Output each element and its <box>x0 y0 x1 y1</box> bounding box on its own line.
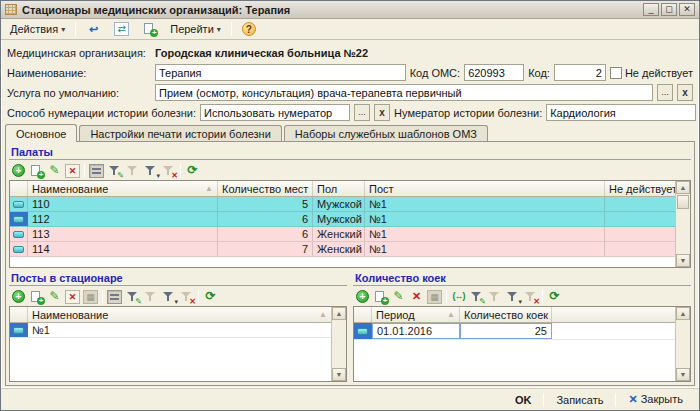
name-input[interactable] <box>155 64 406 81</box>
beds-col-count[interactable]: Количество коек <box>460 307 552 322</box>
tab-print-settings[interactable]: Настройки печати истории болезни <box>79 125 281 141</box>
refresh-icon[interactable]: ⟳ <box>203 290 218 304</box>
wards-scrollbar[interactable]: ▲ ▼ <box>675 181 690 267</box>
add-copy-icon[interactable]: + <box>373 290 388 304</box>
posts-col-name[interactable]: Наименование▲ <box>28 307 331 322</box>
delete-icon[interactable]: ✕ <box>65 164 80 178</box>
service-clear-button[interactable]: x <box>677 84 693 101</box>
maximize-button[interactable]: ◻ <box>661 3 677 16</box>
tab-strip: Основное Настройки печати истории болезн… <box>1 123 699 141</box>
add-icon[interactable]: + <box>11 164 26 178</box>
numbering-method-input[interactable] <box>200 104 350 121</box>
scroll-down-icon[interactable]: ▼ <box>332 368 346 381</box>
wards-col-seats[interactable]: Количество мест <box>218 181 313 196</box>
wards-col-gender[interactable]: Пол <box>313 181 365 196</box>
create-based-on-button[interactable]: + <box>137 20 162 38</box>
close-button[interactable]: ✕ <box>679 3 695 16</box>
table-row-selected[interactable]: 112 6 Мужской №1 <box>10 212 675 227</box>
filter-by-value-icon[interactable] <box>487 290 502 304</box>
filter-by-value-icon[interactable] <box>125 164 140 178</box>
list-view-icon[interactable] <box>107 290 122 304</box>
filter-by-value-icon[interactable] <box>143 290 158 304</box>
add-icon[interactable]: + <box>355 290 370 304</box>
list-view-icon[interactable] <box>89 164 104 178</box>
end-edit-icon[interactable]: ▦ <box>83 290 98 304</box>
numerator-input[interactable] <box>546 104 696 121</box>
posts-scrollbar[interactable]: ▲ ▼ <box>331 307 346 381</box>
table-row-selected[interactable]: 01.01.2016 25 <box>354 323 675 340</box>
add-copy-icon[interactable]: + <box>29 164 44 178</box>
chevron-down-icon: ▾ <box>61 25 65 34</box>
beds-toolbar: + + ✎ ✕ ▦ (↔) ✎ ▾ ✕ ⟳ <box>353 286 691 306</box>
sort-asc-icon: ▲ <box>319 310 327 319</box>
beds-section: Количество коек + + ✎ ✕ ▦ (↔) ✎ ▾ ✕ ⟳ <box>353 271 691 382</box>
wards-table-header: Наименование▲ Количество мест Пол Пост Н… <box>10 181 675 197</box>
table-row[interactable]: 113 6 Женский №1 <box>10 227 675 242</box>
filter-settings-icon[interactable]: ✎ <box>125 290 140 304</box>
tab-main[interactable]: Основное <box>5 124 77 142</box>
filter-settings-icon[interactable]: ✎ <box>107 164 122 178</box>
filter-clear-icon[interactable]: ✕ <box>523 290 538 304</box>
wards-col-post[interactable]: Пост <box>365 181 605 196</box>
scroll-thumb[interactable] <box>677 195 689 209</box>
filter-clear-icon[interactable]: ✕ <box>161 164 176 178</box>
filter-clear-icon[interactable]: ✕ <box>179 290 194 304</box>
save-button[interactable]: Записать <box>548 392 611 408</box>
tab-service-templates[interactable]: Наборы служебных шаблонов ОМЗ <box>284 125 488 141</box>
delete-icon[interactable]: ✕ <box>65 290 80 304</box>
filter-history-icon[interactable]: ▾ <box>505 290 520 304</box>
post-name: №1 <box>28 323 331 337</box>
end-edit-icon[interactable]: ▦ <box>427 290 442 304</box>
service-pick-button[interactable]: ... <box>657 84 673 101</box>
table-row-selected[interactable]: №1 <box>10 323 331 338</box>
wards-col-inactive[interactable]: Не действует <box>605 181 675 196</box>
delete-icon[interactable]: ✕ <box>409 290 424 304</box>
date-interval-icon[interactable]: (↔) <box>451 290 466 304</box>
oms-code-input[interactable] <box>464 64 524 81</box>
minimize-button[interactable]: _ <box>643 3 659 16</box>
scroll-up-icon[interactable]: ▲ <box>332 307 346 320</box>
table-empty-area <box>10 338 331 381</box>
close-form-button[interactable]: ✕Закрыть <box>620 391 691 408</box>
save-document-button[interactable]: ↩ <box>81 20 106 38</box>
posts-table: Наименование▲ №1 ▲ ▼ <box>9 306 347 382</box>
inactive-checkbox[interactable] <box>610 67 622 79</box>
numbering-method-label: Способ нумерации истории болезни: <box>7 107 196 119</box>
reread-button[interactable]: ⇄ <box>109 20 134 38</box>
ok-button[interactable]: OK <box>507 392 540 408</box>
goto-menu-button[interactable]: Перейти ▾ <box>165 21 226 37</box>
ward-inactive <box>605 212 675 226</box>
ward-post: №1 <box>365 242 605 256</box>
scroll-down-icon[interactable]: ▼ <box>676 254 690 267</box>
filter-history-icon[interactable]: ▾ <box>161 290 176 304</box>
code-input[interactable] <box>554 64 606 81</box>
default-service-input[interactable] <box>155 84 653 101</box>
bed-count: 25 <box>460 323 552 339</box>
refresh-icon[interactable]: ⟳ <box>547 290 562 304</box>
numbering-clear-button[interactable]: x <box>374 104 390 121</box>
help-button[interactable]: ? <box>237 20 261 38</box>
edit-icon[interactable]: ✎ <box>391 290 406 304</box>
scroll-up-icon[interactable]: ▲ <box>676 181 690 194</box>
scroll-up-icon[interactable]: ▲ <box>676 307 690 320</box>
beds-table: Период▲ Количество коек 01.01.2016 25 <box>353 306 691 382</box>
numbering-pick-button[interactable]: ... <box>354 104 370 121</box>
table-empty-area <box>10 257 675 267</box>
refresh-icon[interactable]: ⟳ <box>185 164 200 178</box>
add-icon[interactable]: + <box>11 290 26 304</box>
org-label: Медицинская организация: <box>7 47 151 59</box>
ward-seats: 5 <box>218 197 313 211</box>
beds-scrollbar[interactable]: ▲ ▼ <box>675 307 690 381</box>
table-row[interactable]: 114 7 Женский №1 <box>10 242 675 257</box>
table-row[interactable]: 110 5 Мужской №1 <box>10 197 675 212</box>
filter-settings-icon[interactable]: ✎ <box>469 290 484 304</box>
filter-history-icon[interactable]: ▾ <box>143 164 158 178</box>
beds-col-period[interactable]: Период▲ <box>372 307 460 322</box>
scroll-down-icon[interactable]: ▼ <box>676 368 690 381</box>
actions-menu-button[interactable]: Действия ▾ <box>5 21 70 37</box>
edit-icon[interactable]: ✎ <box>47 290 62 304</box>
edit-icon[interactable]: ✎ <box>47 164 62 178</box>
add-copy-icon[interactable]: + <box>29 290 44 304</box>
ward-seats: 6 <box>218 227 313 241</box>
wards-col-name[interactable]: Наименование▲ <box>28 181 218 196</box>
